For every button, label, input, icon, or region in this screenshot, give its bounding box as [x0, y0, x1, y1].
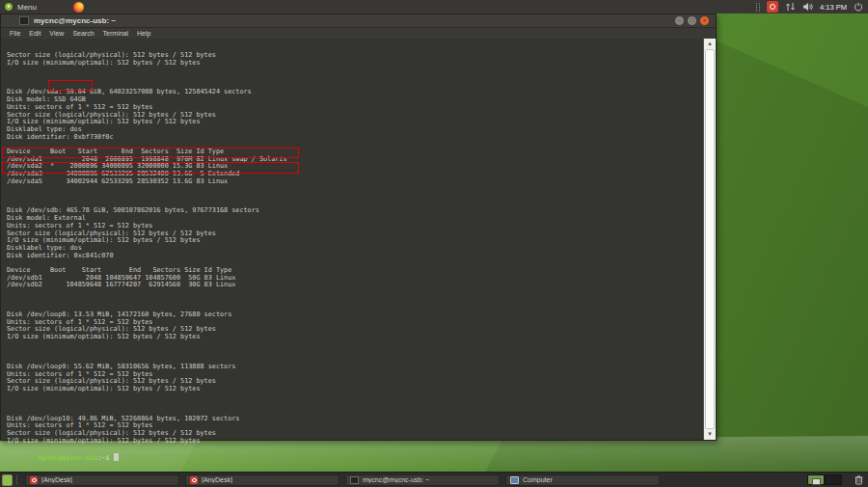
- terminal-cursor: [114, 453, 119, 461]
- power-icon[interactable]: [854, 2, 863, 12]
- terminal-line: [7, 74, 287, 82]
- terminal-line: /dev/sdb2 104859648 167774207 62914560 3…: [7, 282, 287, 289]
- scrollbar-thumb[interactable]: [705, 49, 715, 429]
- minimize-button[interactable]: −: [675, 16, 684, 25]
- workspace-switcher: [807, 474, 842, 485]
- terminal-line: [7, 67, 287, 74]
- computer-icon: [510, 476, 519, 484]
- window-list: [AnyDesk] [AnyDesk] mycnc@mycnc-usb: ~ C…: [25, 474, 660, 486]
- scroll-up-arrow-icon[interactable]: ▲: [704, 39, 716, 49]
- terminal-titlebar[interactable]: mycnc@mycnc-usb: ~ − □ ×: [1, 14, 716, 28]
- terminal-line: [7, 289, 287, 297]
- menu-item[interactable]: Search: [72, 30, 94, 37]
- desktop: { "colors": { "prompt_green": "#8ad03f",…: [0, 0, 868, 487]
- volume-icon[interactable]: [802, 2, 813, 12]
- terminal-line: I/O size (minimum/optimal): 512 bytes / …: [7, 438, 287, 446]
- anydesk-icon: [30, 476, 38, 484]
- terminal-line: [7, 341, 287, 349]
- menu-item[interactable]: File: [10, 30, 20, 37]
- taskbar-button-computer[interactable]: Computer: [505, 474, 660, 486]
- prompt-line: mycnc@mycnc-usb:~$: [7, 446, 119, 453]
- terminal-line: [7, 393, 287, 401]
- terminal-line: [7, 185, 287, 193]
- maximize-button[interactable]: □: [688, 16, 696, 25]
- taskbar-button-anydesk-2[interactable]: [AnyDesk]: [185, 474, 339, 486]
- terminal-line: Disk identifier: 0xc841c070: [7, 253, 287, 260]
- trash-icon[interactable]: [854, 474, 864, 485]
- terminal-line: [7, 349, 287, 357]
- prompt-user-host: mycnc@mycnc-usb: [39, 453, 97, 461]
- clock[interactable]: 4:13 PM: [820, 3, 847, 12]
- show-desktop-button[interactable]: [2, 474, 13, 486]
- terminal-icon: [350, 476, 359, 484]
- terminal-line: I/O size (minimum/optimal): 512 bytes / …: [7, 60, 287, 68]
- taskbar: [AnyDesk] [AnyDesk] mycnc@mycnc-usb: ~ C…: [0, 472, 868, 487]
- terminal-line: [7, 193, 287, 201]
- terminal-line: /dev/sda5 34002944 62533295 28530352 13.…: [7, 178, 287, 186]
- window-controls: − □ ×: [675, 16, 709, 25]
- taskbar-button-anydesk-1[interactable]: [AnyDesk]: [25, 474, 179, 486]
- terminal-output: Sector size (logical/physical): 512 byte…: [7, 52, 287, 445]
- menu-item[interactable]: Edit: [29, 30, 41, 37]
- terminal-line: I/O size (minimum/optimal): 512 bytes / …: [7, 334, 287, 341]
- terminal-line: I/O size (minimum/optimal): 512 bytes / …: [7, 386, 287, 393]
- prompt-suffix: :~$: [97, 453, 113, 461]
- menu-item[interactable]: Terminal: [103, 30, 128, 37]
- scroll-down-arrow-icon[interactable]: ▼: [704, 429, 716, 440]
- terminal-line: Disk identifier: 0xbf730f0c: [7, 134, 287, 142]
- terminal-line: [7, 400, 287, 408]
- taskbar-handle: [16, 475, 19, 484]
- terminal-window: mycnc@mycnc-usb: ~ − □ × FileEditViewSea…: [0, 14, 717, 441]
- scrollbar[interactable]: ▲ ▼: [703, 39, 716, 440]
- menu-label: Menu: [17, 3, 37, 12]
- firefox-launcher-icon[interactable]: [73, 2, 84, 13]
- network-icon[interactable]: [785, 2, 796, 12]
- mint-logo-icon: [4, 2, 14, 12]
- terminal-content[interactable]: Sector size (logical/physical): 512 byte…: [1, 39, 716, 440]
- menu-button[interactable]: Menu: [0, 0, 42, 14]
- terminal-line: [7, 297, 287, 305]
- close-button[interactable]: ×: [700, 16, 709, 25]
- anydesk-tray-icon[interactable]: [767, 1, 778, 13]
- terminal-window-icon: [19, 16, 29, 25]
- system-tray: 4:13 PM: [756, 0, 863, 14]
- anydesk-icon: [190, 476, 198, 484]
- terminal-title: mycnc@mycnc-usb: ~: [34, 16, 116, 25]
- workspace-2[interactable]: [825, 474, 842, 485]
- menu-item[interactable]: Help: [137, 30, 150, 37]
- tray-separator: [756, 3, 760, 12]
- taskbar-button-terminal[interactable]: mycnc@mycnc-usb: ~: [345, 474, 500, 486]
- workspace-1-active[interactable]: [807, 474, 825, 485]
- menu-item[interactable]: View: [49, 30, 64, 37]
- top-panel: Menu 4:13 PM: [0, 0, 868, 14]
